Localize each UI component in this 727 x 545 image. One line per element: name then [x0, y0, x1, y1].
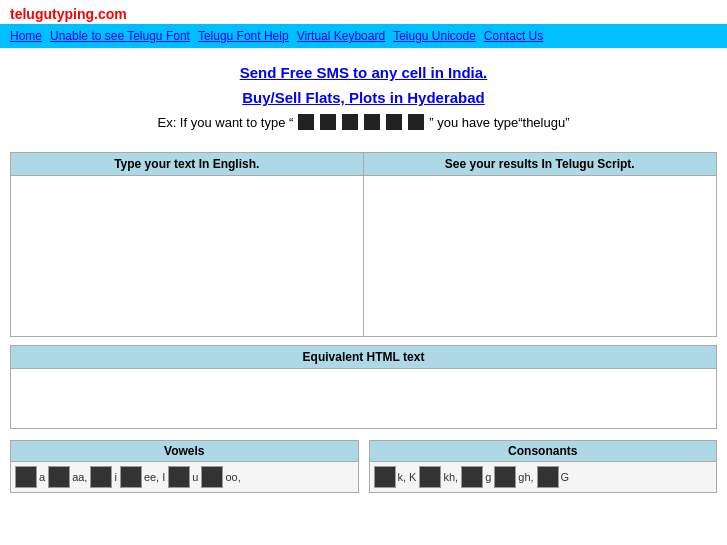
english-header: Type your text In English.: [11, 153, 364, 175]
consonant-key-1[interactable]: kh,: [419, 466, 458, 488]
consonants-panel: Consonants k, Kkh,ggh,G: [369, 440, 718, 493]
char-box-1: [298, 114, 314, 130]
consonant-key-3[interactable]: gh,: [494, 466, 533, 488]
vowel-key-4[interactable]: u: [168, 466, 198, 488]
sms-link[interactable]: Send Free SMS to any cell in India.: [20, 64, 707, 81]
nav-home[interactable]: Home: [10, 29, 42, 43]
nav-unicode[interactable]: Telugu Unicode: [393, 29, 476, 43]
editor-section: Type your text In English. See your resu…: [10, 152, 717, 337]
example-prefix: Ex: If you want to type “: [157, 115, 293, 130]
key-label: kh,: [443, 471, 458, 483]
html-header: Equivalent HTML text: [10, 345, 717, 369]
editor-header: Type your text In English. See your resu…: [10, 152, 717, 176]
key-label: oo,: [225, 471, 240, 483]
key-box[interactable]: [15, 466, 37, 488]
example-suffix: ” you have type“thelugu”: [429, 115, 569, 130]
key-label: k, K: [398, 471, 417, 483]
vowel-key-2[interactable]: i: [90, 466, 116, 488]
vowels-keys: aaa,iee, Iuoo,: [10, 462, 359, 493]
char-box-2: [320, 114, 336, 130]
key-label: i: [114, 471, 116, 483]
site-title: telugutyping.com: [10, 6, 127, 22]
key-box[interactable]: [48, 466, 70, 488]
key-box[interactable]: [461, 466, 483, 488]
consonants-keys: k, Kkh,ggh,G: [369, 462, 718, 493]
key-label: a: [39, 471, 45, 483]
consonant-key-0[interactable]: k, K: [374, 466, 417, 488]
key-box[interactable]: [168, 466, 190, 488]
nav-font-help[interactable]: Telugu Font Help: [198, 29, 289, 43]
consonant-key-2[interactable]: g: [461, 466, 491, 488]
key-box[interactable]: [419, 466, 441, 488]
consonant-key-4[interactable]: G: [537, 466, 570, 488]
nav-virtual-keyboard[interactable]: Virtual Keyboard: [297, 29, 386, 43]
char-box-6: [408, 114, 424, 130]
char-box-4: [364, 114, 380, 130]
key-box[interactable]: [201, 466, 223, 488]
vowels-header: Vowels: [10, 440, 359, 462]
key-label: G: [561, 471, 570, 483]
nav-unable-font[interactable]: Unable to see Telugu Font: [50, 29, 190, 43]
char-box-5: [386, 114, 402, 130]
key-box[interactable]: [90, 466, 112, 488]
english-input[interactable]: [11, 176, 364, 336]
key-box[interactable]: [120, 466, 142, 488]
vowel-key-5[interactable]: oo,: [201, 466, 240, 488]
nav-bar: Home Unable to see Telugu Font Telugu Fo…: [0, 24, 727, 48]
keyboard-section: Vowels aaa,iee, Iuoo, Consonants k, Kkh,…: [10, 440, 717, 493]
html-output[interactable]: [10, 369, 717, 429]
html-section: Equivalent HTML text: [10, 345, 717, 432]
example-text: Ex: If you want to type “ ” you have typ…: [20, 114, 707, 130]
key-label: u: [192, 471, 198, 483]
nav-contact[interactable]: Contact Us: [484, 29, 543, 43]
key-label: g: [485, 471, 491, 483]
key-label: ee, I: [144, 471, 165, 483]
editor-areas: [10, 176, 717, 337]
consonants-header: Consonants: [369, 440, 718, 462]
vowels-panel: Vowels aaa,iee, Iuoo,: [10, 440, 359, 493]
main-content: Send Free SMS to any cell in India. Buy/…: [0, 48, 727, 144]
vowel-key-0[interactable]: a: [15, 466, 45, 488]
telugu-output[interactable]: [364, 176, 717, 336]
vowel-key-3[interactable]: ee, I: [120, 466, 165, 488]
char-box-3: [342, 114, 358, 130]
key-box[interactable]: [494, 466, 516, 488]
key-label: gh,: [518, 471, 533, 483]
telugu-header: See your results In Telugu Script.: [364, 153, 717, 175]
key-label: aa,: [72, 471, 87, 483]
key-box[interactable]: [537, 466, 559, 488]
flats-link[interactable]: Buy/Sell Flats, Plots in Hyderabad: [20, 89, 707, 106]
key-box[interactable]: [374, 466, 396, 488]
vowel-key-1[interactable]: aa,: [48, 466, 87, 488]
